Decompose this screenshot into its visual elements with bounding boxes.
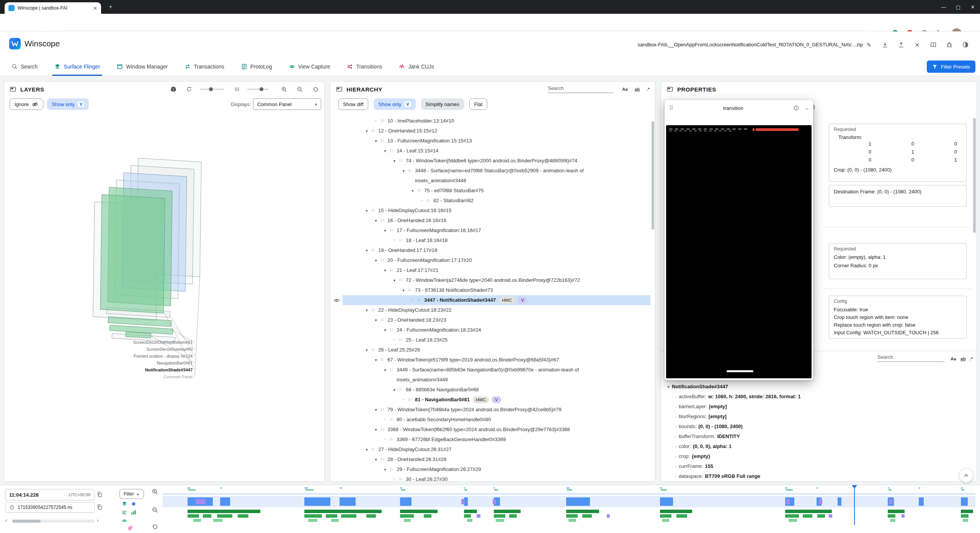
trace-icon-transitions[interactable] — [127, 526, 132, 531]
docs-book-icon[interactable] — [929, 40, 938, 49]
window-maximize-icon[interactable]: ▢ — [951, 0, 965, 14]
tab-view-capture[interactable]: View Capture — [289, 57, 330, 76]
timeline-zoom-in-icon[interactable] — [152, 488, 158, 495]
expand-arrow-icon[interactable]: ▾ — [372, 216, 379, 226]
match-case-icon[interactable]: Aa — [622, 87, 628, 92]
pin-icon[interactable]: ⚐ — [370, 445, 376, 455]
spacing-slider[interactable] — [247, 89, 269, 90]
window-close-icon[interactable]: ✕ — [965, 0, 980, 14]
pin-icon[interactable]: ⚐ — [398, 275, 404, 285]
property-row[interactable]: ·color:(0, 0, 0), alpha: 1 — [673, 441, 971, 451]
visibility-icon[interactable] — [333, 297, 340, 304]
tab-transactions[interactable]: Transactions — [185, 57, 224, 76]
hierarchy-node-13[interactable]: ▾⚐13 - FullscreenMagnification:15:15#13 — [330, 136, 650, 146]
expand-arrow-icon[interactable]: ▾ — [382, 265, 389, 275]
timestamp-ns-box[interactable]: 1715339054227572545 ns — [5, 502, 95, 513]
property-row[interactable]: ·bufferTransform:IDENTITY — [673, 432, 971, 441]
properties-scrollbar[interactable] — [973, 118, 976, 233]
pin-icon[interactable]: ⚐ — [389, 464, 395, 474]
pin-icon[interactable]: ⚐ — [389, 435, 395, 445]
hierarchy-node-26[interactable]: ▾⚐26 - Leaf:25:25#26 — [330, 345, 650, 355]
hierarchy-node-81[interactable]: ·⚐81 - NavigationBar0#81HWCV — [330, 395, 650, 405]
trace-filter-button[interactable]: Filter ▲ — [119, 489, 144, 499]
reset-view-icon[interactable] — [312, 86, 319, 93]
tab-close-icon[interactable]: ✕ — [93, 5, 97, 11]
dark-mode-icon[interactable] — [961, 40, 970, 49]
property-row[interactable]: ·dataspace:BT709 sRGB Full range — [673, 471, 971, 481]
hierarchy-node-30[interactable]: ·⚐30 - Leaf:26:27#30 — [330, 474, 650, 481]
hierarchy-node-82[interactable]: ·⚐82 - StatusBar#82 — [330, 196, 650, 206]
hierarchy-node-79[interactable]: ▾⚐79 - WindowToken{7046b4a type=2024 and… — [330, 405, 650, 415]
hierarchy-node-24[interactable]: ▾⚐24 - FullscreenMagnification:18:23#24 — [330, 325, 650, 335]
rotate-view-icon[interactable] — [186, 86, 192, 92]
timeline-zoom-reset-icon[interactable] — [152, 523, 158, 530]
filter-presets-button[interactable]: Filter Presets — [927, 60, 975, 73]
pin-icon[interactable]: ⚐ — [370, 345, 376, 355]
tab-jank-cujs[interactable]: Jank CUJs — [399, 57, 434, 76]
expand-arrow-icon[interactable]: ▾ — [372, 355, 379, 365]
pin-icon[interactable]: ⚐ — [389, 365, 395, 375]
edit-icon[interactable]: ✎ — [864, 40, 874, 49]
expand-arrow-icon[interactable]: ▾ — [391, 275, 398, 285]
pin-icon[interactable]: ⚐ — [398, 385, 404, 395]
expand-arrow-icon[interactable]: ▾ — [363, 245, 370, 255]
hierarchy-node-12[interactable]: ▾⚐12 - OneHanded:15:15#12 — [330, 126, 650, 136]
pin-icon[interactable]: ⚐ — [407, 285, 413, 295]
hierarchy-node-20[interactable]: ▾⚐20 - FullscreenMagnification:17:17#20 — [330, 255, 650, 265]
pin-icon[interactable]: ⚐ — [425, 196, 431, 206]
hierarchy-node-16[interactable]: ▾⚐16 - OneHanded:16:16#16 — [330, 216, 650, 226]
timeline-zoom-out-icon[interactable] — [152, 507, 158, 513]
layer-label[interactable]: ScreenDecorOverlayBottom#61 — [133, 340, 193, 345]
hierarchy-node-15[interactable]: ▾⚐15 - HideDisplayCutout:16:16#15 — [330, 206, 650, 216]
pin-icon[interactable]: ⚐ — [398, 156, 404, 166]
current-time-box[interactable]: 11:04:14.228 UTC+00:00 — [5, 489, 95, 500]
bug-report-icon[interactable] — [945, 40, 954, 49]
trace-icon-viewcapture[interactable] — [122, 518, 127, 523]
pin-icon[interactable]: ⚐ — [398, 335, 404, 345]
simplify-names-chip[interactable]: Simplify names — [421, 98, 464, 110]
scrubber-line[interactable] — [854, 488, 855, 525]
hierarchy-node-3447[interactable]: ·⚐3447 - NotificationShade#3447HWCV — [330, 295, 650, 305]
pin-icon[interactable]: ⚐ — [389, 265, 395, 275]
zoom-in-icon[interactable] — [281, 86, 287, 93]
expand-arrow-icon[interactable]: ▾ — [363, 305, 370, 315]
screenshot-overlay-window[interactable]: ⠿ transition – — [665, 100, 813, 380]
show-diff-chip[interactable]: Show diff — [338, 98, 368, 110]
hierarchy-node-3369[interactable]: ·⚐3369 - 67726bf EdgeBackGestureHandler0… — [330, 435, 650, 445]
properties-search-input[interactable]: Search — [877, 354, 944, 362]
hierarchy-node-19[interactable]: ▾⚐19 - OneHanded:17:17#19 — [330, 245, 650, 255]
property-row[interactable]: ·bounds:(0, 0) - (1080, 2400) — [673, 422, 971, 432]
property-row[interactable]: ·blurRegions:[empty] — [673, 412, 971, 422]
timeline-hscroll-thumb[interactable] — [12, 520, 41, 523]
hierarchy-node-67[interactable]: ▾⚐67 - WindowToken{e5176f9 type=2019 and… — [330, 355, 650, 365]
expand-arrow-icon[interactable]: ▾ — [391, 156, 398, 166]
hierarchy-node-25[interactable]: ·⚐25 - Leaf:18:23#25 — [330, 335, 650, 345]
scroll-right-icon[interactable]: › — [97, 517, 98, 523]
expand-arrow-icon[interactable]: ▾ — [372, 425, 379, 435]
expand-arrow-icon[interactable]: ▾ — [382, 325, 389, 335]
hierarchy-node-23[interactable]: ▾⚐23 - OneHanded:18:23#23 — [330, 315, 650, 325]
hierarchy-node-10[interactable]: ·⚐10 - ImePlaceholder:13:14#10 — [330, 116, 650, 126]
trace-icon-surfaceflinger[interactable] — [122, 501, 127, 507]
property-row[interactable]: ·activeBuffer:w: 1080, h: 2400, stride: … — [673, 392, 971, 402]
pin-icon[interactable]: ⚐ — [389, 146, 395, 156]
ignore-toggle[interactable]: Ignore — [10, 98, 43, 110]
hierarchy-node-22[interactable]: ▾⚐22 - HideDisplayCutout:18:23#22 — [330, 305, 650, 315]
trace-icon-transactions[interactable] — [122, 510, 127, 515]
hierarchy-node-3448[interactable]: ▾⚐3448 - Surface(name=ed70f88 StatusBar)… — [330, 166, 650, 186]
pin-icon[interactable]: ⚐ — [370, 126, 376, 136]
hierarchy-node-21[interactable]: ▾⚐21 - Leaf:17:17#21 — [330, 265, 650, 275]
expand-arrow-icon[interactable]: ▾ — [382, 226, 389, 235]
tab-search[interactable]: Search — [11, 57, 38, 76]
expand-arrow-icon[interactable]: ▾ — [363, 445, 370, 455]
clear-icon[interactable]: ✕ — [913, 40, 922, 49]
expand-arrow-icon[interactable]: ▾ — [400, 285, 407, 295]
expand-arrow-icon[interactable]: ▾ — [363, 345, 370, 355]
pin-icon[interactable]: ⚐ — [379, 455, 385, 464]
pin-icon[interactable]: ⚐ — [379, 425, 385, 435]
hierarchy-node-14[interactable]: ▾⚐14 - Leaf:15:15#14 — [330, 146, 650, 156]
download-icon[interactable] — [880, 40, 890, 49]
pin-icon[interactable]: ⚐ — [407, 395, 413, 405]
pin-icon[interactable]: ⚐ — [379, 255, 385, 265]
copy-timestamp-icon[interactable] — [96, 504, 103, 510]
